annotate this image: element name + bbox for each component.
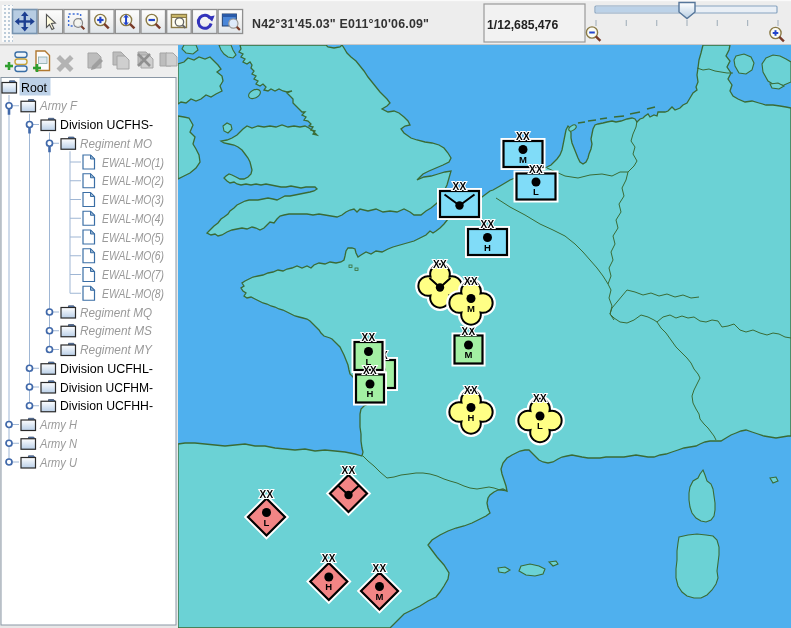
svg-text:H: H	[325, 581, 332, 592]
svg-text:L: L	[537, 420, 543, 431]
svg-text:M: M	[519, 154, 527, 165]
svg-text:Army H: Army H	[39, 418, 77, 432]
svg-text:XX: XX	[433, 259, 447, 270]
svg-text:Regiment MO: Regiment MO	[80, 137, 152, 151]
svg-text:H: H	[367, 388, 374, 399]
svg-text:H: H	[484, 242, 491, 253]
svg-text:XX: XX	[322, 553, 336, 564]
svg-text:EWAL-MO(2): EWAL-MO(2)	[102, 174, 164, 188]
svg-text:EWAL-MO(8): EWAL-MO(8)	[102, 287, 164, 301]
svg-text:Division UCFHS-: Division UCFHS-	[60, 117, 153, 132]
svg-text:Regiment MY: Regiment MY	[80, 343, 154, 357]
svg-text:Regiment MS: Regiment MS	[80, 324, 153, 338]
svg-text:1/12,685,476: 1/12,685,476	[487, 18, 558, 32]
svg-text:XX: XX	[361, 332, 375, 343]
svg-text:XX: XX	[341, 465, 355, 476]
svg-text:M: M	[465, 349, 473, 360]
svg-text:EWAL-MO(4): EWAL-MO(4)	[102, 212, 164, 226]
svg-text:EWAL-MO(5): EWAL-MO(5)	[102, 231, 164, 245]
svg-text:Division UCFHH-: Division UCFHH-	[60, 398, 153, 413]
svg-text:XX: XX	[452, 181, 466, 192]
svg-text:L: L	[264, 517, 270, 528]
svg-text:Army U: Army U	[39, 456, 78, 470]
svg-text:XX: XX	[363, 365, 377, 376]
svg-text:EWAL-MO(6): EWAL-MO(6)	[102, 249, 164, 263]
svg-text:Division UCFHM-: Division UCFHM-	[60, 380, 153, 395]
svg-text:XX: XX	[533, 393, 547, 404]
svg-text:XX: XX	[464, 385, 478, 396]
svg-text:M: M	[467, 303, 475, 314]
svg-text:EWAL-MO(7): EWAL-MO(7)	[102, 268, 164, 282]
svg-text:XX: XX	[259, 489, 273, 500]
svg-text:XX: XX	[529, 164, 543, 175]
svg-text:N42°31'45.03" E011°10'06.09": N42°31'45.03" E011°10'06.09"	[252, 17, 429, 31]
svg-text:Division UCFHL-: Division UCFHL-	[60, 361, 153, 376]
svg-text:L: L	[533, 186, 539, 197]
svg-text:XX: XX	[464, 276, 478, 287]
svg-text:M: M	[376, 591, 384, 602]
svg-text:Root: Root	[21, 80, 47, 95]
svg-text:XX: XX	[516, 131, 530, 142]
svg-text:EWAL-MO(3): EWAL-MO(3)	[102, 193, 164, 207]
svg-text:Army N: Army N	[39, 437, 77, 451]
svg-text:XX: XX	[372, 563, 386, 574]
svg-text:XX: XX	[480, 219, 494, 230]
svg-text:H: H	[468, 412, 475, 423]
svg-text:EWAL-MO(1): EWAL-MO(1)	[102, 156, 164, 170]
svg-text:Army F: Army F	[39, 99, 78, 113]
svg-text:Regiment MQ: Regiment MQ	[80, 306, 152, 320]
